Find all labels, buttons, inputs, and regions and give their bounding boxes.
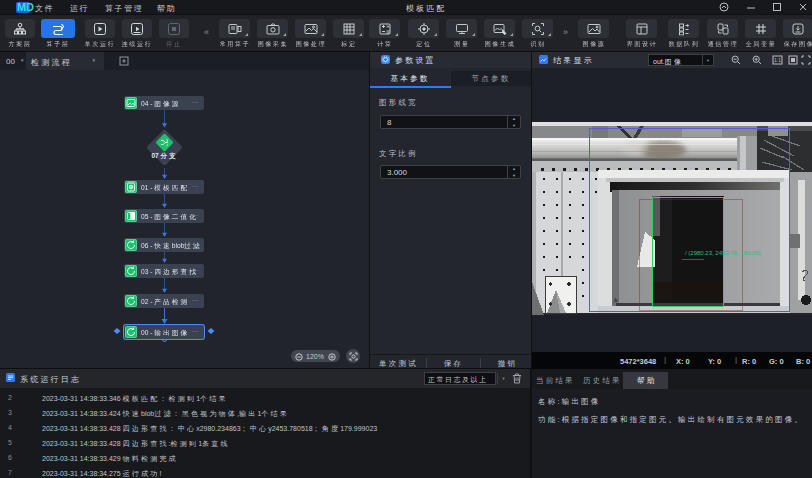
svg-text:/ (2980.23, 2453.78, 180.00): / (2980.23, 2453.78, 180.00) [685, 250, 761, 256]
svg-text:…: … [162, 159, 168, 165]
svg-text:1:1: 1:1 [774, 57, 781, 63]
